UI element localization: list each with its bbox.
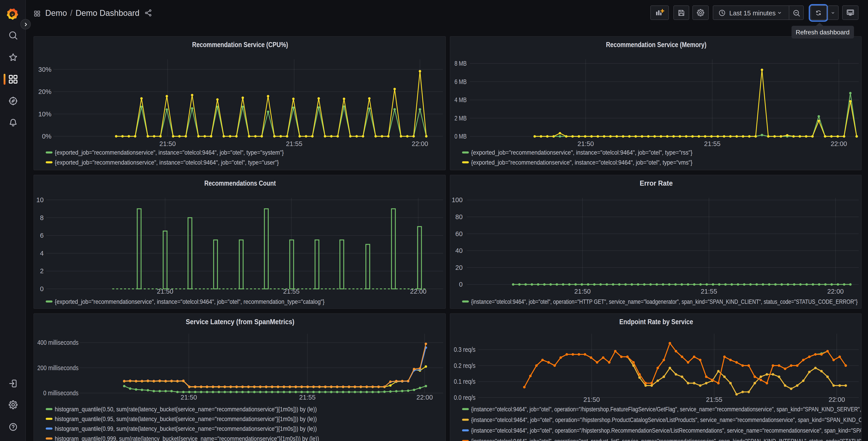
svg-text:21:50: 21:50 — [574, 288, 591, 295]
svg-text:0.2 req/s: 0.2 req/s — [454, 362, 475, 369]
svg-text:Recommendation Service (CPU%): Recommendation Service (CPU%) — [192, 40, 288, 49]
svg-text:22:00: 22:00 — [827, 288, 843, 295]
svg-text:22:00: 22:00 — [828, 396, 845, 403]
svg-text:200 milliseconds: 200 milliseconds — [37, 364, 78, 372]
svg-text:{instance="otelcol:9464", job=: {instance="otelcol:9464", job="otel", op… — [471, 427, 862, 434]
svg-text:21:50: 21:50 — [583, 396, 600, 403]
svg-text:Service Latency (from SpanMetr: Service Latency (from SpanMetrics) — [186, 318, 294, 326]
svg-text:21:55: 21:55 — [299, 394, 315, 401]
svg-text:21:50: 21:50 — [180, 394, 197, 401]
svg-text:0: 0 — [40, 285, 43, 293]
svg-text:21:55: 21:55 — [286, 140, 302, 147]
svg-text:0: 0 — [459, 281, 462, 288]
svg-text:0.1 req/s: 0.1 req/s — [454, 378, 475, 385]
svg-text:100: 100 — [452, 196, 462, 204]
svg-text:0 milliseconds: 0 milliseconds — [43, 389, 78, 396]
svg-text:21:55: 21:55 — [704, 140, 720, 147]
svg-text:Recommendations Count: Recommendations Count — [204, 179, 276, 187]
svg-text:4: 4 — [40, 250, 43, 257]
svg-text:400 milliseconds: 400 milliseconds — [37, 339, 78, 346]
svg-text:4 MB: 4 MB — [454, 96, 466, 104]
svg-text:{instance="otelcol:9464", job=: {instance="otelcol:9464", job="otel", op… — [471, 406, 862, 413]
svg-text:80: 80 — [455, 213, 462, 220]
svg-text:10: 10 — [36, 196, 43, 204]
svg-text:{exported_job="recommendations: {exported_job="recommendationservice", i… — [55, 298, 324, 305]
svg-text:histogram_quantile(0.99, sum(r: histogram_quantile(0.99, sum(rate(latenc… — [55, 425, 316, 432]
svg-text:histogram_quantile(0.999, sum(: histogram_quantile(0.999, sum(rate(laten… — [55, 435, 319, 441]
svg-text:{exported_job="recommendations: {exported_job="recommendationservice", i… — [471, 149, 692, 156]
svg-text:40: 40 — [455, 247, 462, 254]
svg-text:Error Rate: Error Rate — [640, 179, 673, 187]
svg-text:22:00: 22:00 — [831, 140, 847, 147]
svg-text:10%: 10% — [38, 111, 51, 118]
svg-text:21:55: 21:55 — [706, 396, 722, 403]
svg-text:0 MB: 0 MB — [454, 133, 466, 140]
svg-text:{instance="otelcol:9464", job=: {instance="otelcol:9464", job="otel", op… — [471, 416, 862, 423]
svg-text:{instance="otelcol:9464", job=: {instance="otelcol:9464", job="otel", op… — [471, 298, 857, 305]
svg-text:20: 20 — [455, 264, 462, 271]
svg-text:0%: 0% — [42, 133, 51, 140]
svg-text:0.0 req/s: 0.0 req/s — [454, 394, 475, 401]
svg-text:30%: 30% — [38, 66, 51, 73]
svg-text:{exported_job="recommendations: {exported_job="recommendationservice", i… — [471, 159, 692, 166]
svg-text:22:00: 22:00 — [412, 140, 428, 147]
svg-text:{exported_job="recommendations: {exported_job="recommendationservice", i… — [55, 149, 283, 156]
svg-text:histogram_quantile(0.95, sum(r: histogram_quantile(0.95, sum(rate(latenc… — [55, 415, 316, 422]
svg-text:60: 60 — [455, 230, 462, 237]
svg-text:Endpoint Rate by Service: Endpoint Rate by Service — [619, 318, 693, 326]
svg-text:Recommendation Service (Memory: Recommendation Service (Memory) — [606, 40, 706, 49]
svg-text:2: 2 — [40, 267, 43, 274]
svg-text:histogram_quantile(0.50, sum(r: histogram_quantile(0.50, sum(rate(latenc… — [55, 406, 316, 413]
svg-text:{instance="otelcol:9464", job=: {instance="otelcol:9464", job="otel", op… — [471, 438, 862, 441]
svg-text:0.3 req/s: 0.3 req/s — [454, 346, 475, 353]
svg-text:{exported_job="recommendations: {exported_job="recommendationservice", i… — [55, 159, 279, 166]
svg-text:6 MB: 6 MB — [454, 78, 466, 85]
svg-text:21:55: 21:55 — [701, 288, 717, 295]
svg-text:6: 6 — [40, 232, 43, 239]
svg-text:21:50: 21:50 — [577, 140, 594, 147]
svg-text:8 MB: 8 MB — [454, 60, 466, 67]
svg-text:2 MB: 2 MB — [454, 115, 466, 122]
svg-text:21:50: 21:50 — [159, 140, 176, 147]
svg-text:20%: 20% — [38, 88, 51, 95]
svg-text:22:00: 22:00 — [416, 394, 433, 401]
svg-text:8: 8 — [40, 214, 43, 222]
